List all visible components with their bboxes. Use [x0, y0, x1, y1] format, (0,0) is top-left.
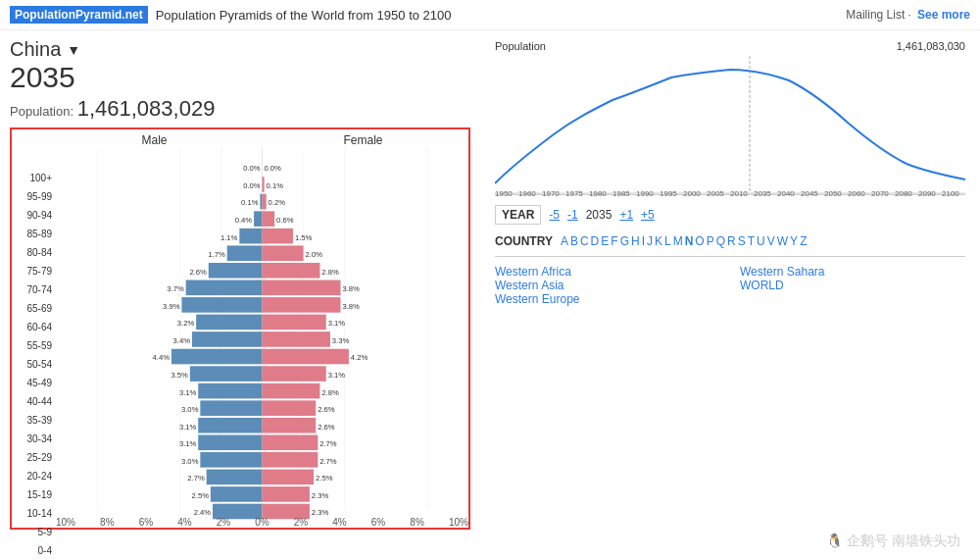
svg-text:3.9%: 3.9%: [163, 302, 180, 311]
country-link-western-europe[interactable]: Western Europe: [495, 292, 580, 306]
svg-text:1985: 1985: [612, 189, 630, 198]
svg-text:1970: 1970: [542, 189, 560, 198]
country-letter-k[interactable]: K: [655, 234, 662, 248]
age-label: 40-44: [12, 392, 56, 411]
svg-text:0.4%: 0.4%: [235, 216, 253, 225]
country-letter-g[interactable]: G: [620, 234, 629, 248]
year-minus1[interactable]: -1: [567, 208, 578, 222]
country-link-western-africa[interactable]: Western Africa: [495, 265, 571, 279]
country-letter-l[interactable]: L: [664, 234, 671, 248]
svg-text:3.8%: 3.8%: [342, 302, 360, 311]
country-letter-y[interactable]: Y: [790, 234, 798, 248]
country-letter-b[interactable]: B: [570, 234, 578, 248]
svg-rect-63: [263, 280, 341, 296]
svg-rect-83: [263, 452, 318, 468]
svg-text:2.5%: 2.5%: [316, 474, 333, 483]
population-line: Population: 1,461,083,029: [10, 96, 470, 122]
svg-rect-73: [263, 366, 326, 382]
age-labels: 100+95-9990-9485-8980-8475-7970-7465-696…: [12, 169, 56, 560]
population-chart: Population 1,461,083,030 1950 1960 1970 …: [495, 38, 965, 195]
country-letter-m[interactable]: M: [673, 234, 683, 248]
year-plus1[interactable]: +1: [619, 208, 633, 222]
svg-text:3.7%: 3.7%: [167, 284, 184, 293]
svg-text:2010: 2010: [730, 189, 748, 198]
country-letter-e[interactable]: E: [601, 234, 609, 248]
svg-rect-65: [263, 297, 341, 313]
svg-text:3.5%: 3.5%: [171, 371, 188, 380]
svg-rect-61: [263, 263, 320, 279]
svg-text:2045: 2045: [801, 189, 818, 198]
header-title: Population Pyramids of the World from 19…: [156, 8, 452, 23]
svg-rect-51: [263, 177, 265, 192]
divider: [495, 256, 965, 257]
country-label: COUNTRY: [495, 234, 553, 248]
svg-rect-67: [263, 315, 326, 331]
country-letter-t[interactable]: T: [748, 234, 755, 248]
country-letter-s[interactable]: S: [738, 234, 746, 248]
svg-text:2.6%: 2.6%: [318, 423, 335, 432]
country-letter-h[interactable]: H: [631, 234, 640, 248]
svg-text:2.7%: 2.7%: [187, 474, 205, 483]
svg-rect-13: [254, 211, 262, 227]
age-label: 45-49: [12, 374, 56, 392]
svg-rect-85: [263, 470, 315, 485]
country-link-western-sahara[interactable]: Western Sahara: [740, 265, 825, 279]
country-letter-i[interactable]: I: [642, 234, 645, 248]
svg-rect-77: [263, 400, 317, 416]
svg-text:2040: 2040: [777, 189, 795, 198]
svg-text:2100: 2100: [942, 189, 959, 198]
svg-text:2.8%: 2.8%: [321, 268, 339, 277]
see-more-link[interactable]: See more: [917, 8, 970, 22]
axis-label: 2%: [294, 517, 308, 528]
svg-text:1960: 1960: [518, 189, 536, 198]
svg-rect-25: [196, 315, 262, 331]
country-letter-u[interactable]: U: [757, 234, 765, 248]
svg-rect-33: [198, 383, 262, 399]
svg-rect-53: [263, 194, 267, 210]
svg-rect-41: [200, 452, 262, 468]
svg-text:2060: 2060: [848, 189, 865, 198]
brand-logo: PopulationPyramid.net: [10, 6, 148, 24]
chart-value: 1,461,083,030: [897, 40, 965, 52]
country-letter-v[interactable]: V: [767, 234, 775, 248]
country-letter-q[interactable]: Q: [716, 234, 725, 248]
svg-rect-15: [239, 229, 262, 244]
svg-rect-23: [181, 297, 262, 313]
country-dropdown-icon[interactable]: ▼: [67, 42, 80, 58]
watermark: 🐧 企鹅号 南墙铁头功: [826, 533, 960, 550]
country-letter-z[interactable]: Z: [800, 234, 807, 248]
country-letter-a[interactable]: A: [561, 234, 568, 248]
country-letter-c[interactable]: C: [580, 234, 589, 248]
svg-text:0.0%: 0.0%: [264, 164, 281, 173]
age-label: 55-59: [12, 336, 56, 355]
svg-text:0.0%: 0.0%: [243, 181, 261, 190]
svg-text:2070: 2070: [871, 189, 889, 198]
country-letter-p[interactable]: P: [707, 234, 714, 248]
country-letter-o[interactable]: O: [695, 234, 704, 248]
axis-label: 6%: [371, 517, 385, 528]
age-label: 35-39: [12, 411, 56, 430]
country-letter-n[interactable]: N: [685, 234, 694, 248]
svg-text:3.1%: 3.1%: [179, 439, 197, 448]
country-link-world[interactable]: WORLD: [740, 279, 784, 292]
axis-label: 10%: [56, 517, 75, 528]
svg-text:3.0%: 3.0%: [181, 405, 199, 414]
year-plus5[interactable]: +5: [641, 208, 655, 222]
country-letter-f[interactable]: F: [611, 234, 617, 248]
svg-text:4.4%: 4.4%: [153, 353, 171, 362]
axis-label: 4%: [177, 517, 191, 528]
country-col-right: Western SaharaWORLD: [740, 265, 965, 306]
svg-text:1980: 1980: [589, 189, 607, 198]
country-letter-w[interactable]: W: [777, 234, 788, 248]
year-minus5[interactable]: -5: [549, 208, 560, 222]
line-chart-svg: 1950 1960 1970 1975 1980 1985 1990 1995 …: [495, 56, 965, 198]
svg-rect-43: [207, 470, 263, 485]
country-letter-j[interactable]: J: [647, 234, 653, 248]
country-letter-r[interactable]: R: [727, 234, 736, 248]
country-name: China: [10, 38, 61, 61]
svg-rect-55: [263, 211, 275, 227]
country-letter-d[interactable]: D: [591, 234, 600, 248]
axis-label: 10%: [449, 517, 468, 528]
svg-text:3.1%: 3.1%: [179, 387, 197, 396]
country-link-western-asia[interactable]: Western Asia: [495, 279, 564, 292]
